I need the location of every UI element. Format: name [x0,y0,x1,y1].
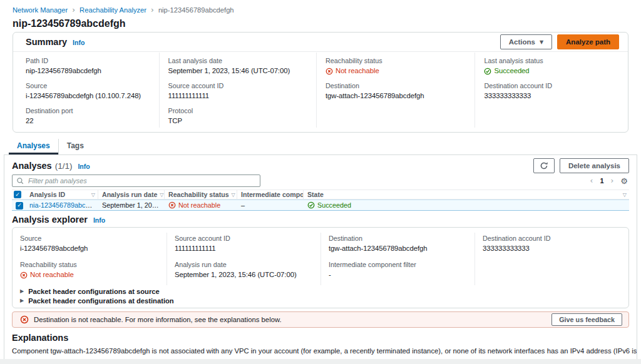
refresh-icon [540,161,548,170]
explanations-title: Explanations [12,333,629,343]
explorer-column-2: Source account ID 111111111111 Analysis … [167,233,320,285]
breadcrumb-link-network-manager[interactable]: Network Manager [13,6,68,14]
pagination-next-button[interactable]: › [611,176,614,185]
field-destination-port: Destination port 22 [26,103,155,128]
summary-card: Summary Info Actions ▼ Analyze path Path… [13,32,628,133]
packet-header-destination-expander[interactable]: ▶ Packet header configurations at destin… [20,296,621,305]
breadcrumb-separator-icon: › [151,6,154,14]
field-reachability-status: Reachability status Not reachable [326,53,471,78]
analysis-id-link[interactable]: nia-123456789abcdefgh [29,201,98,209]
success-icon [307,201,315,209]
summary-card-header: Summary Info Actions ▼ Analyze path [13,33,628,52]
refresh-button[interactable] [533,158,555,173]
field-last-analysis-date: Last analysis date September 1, 2023, 15… [168,53,312,78]
analysis-explorer-card: Source i-123456789abcdefgh Reachability … [12,227,629,308]
field-destination: Destination tgw-attach-123456789abcdefgh [326,78,471,103]
summary-title: Summary [26,37,67,47]
cell-analysis-id: nia-123456789abcdefgh [26,201,98,209]
field-path-id: Path ID nip-123456789abcdefgh [26,53,155,78]
sort-icon[interactable]: ▽ [229,192,235,198]
pagination: ‹ 1 › ⚙ [590,176,629,185]
cell-intermediate: – [237,201,304,209]
sort-icon[interactable]: ▽ [620,192,627,198]
sort-icon[interactable]: ▽ [89,192,95,198]
breadcrumb-link-reachability-analyzer[interactable]: Reachability Analyzer [79,6,146,14]
field-source: Source i-123456789abcdefgh (10.100.7.248… [26,78,155,103]
summary-info-link[interactable]: Info [73,39,85,46]
field-source-account-id: Source account ID 111111111111 [175,233,315,259]
field-protocol: Protocol TCP [168,103,312,128]
actions-button[interactable]: Actions ▼ [500,34,552,49]
error-icon [326,68,333,75]
page-title: nip-123456789abcdefgh [13,18,628,29]
field-destination: Destination tgw-attach-123456789abcdefgh [329,233,469,259]
filter-input[interactable] [12,174,260,187]
summary-column-4: Last analysis status Succeeded Destinati… [474,53,628,128]
preferences-gear-button[interactable]: ⚙ [620,177,628,185]
tab-analyses[interactable]: Analyses [9,139,58,154]
search-icon [16,177,24,185]
field-destination-account-id: Destination account ID 333333333333 [484,78,624,103]
analyses-counter: (1/1) [55,161,73,171]
cell-state: Succeeded [304,201,629,209]
column-header-reachability[interactable]: Reachability status ▽ [165,190,237,199]
analysis-explorer-title: Analysis explorer [12,215,88,225]
analyses-table: ✓ Analysis ID ▽ Analysis run date ▽ Reac… [12,190,629,211]
summary-column-3: Reachability status Not reachable Destin… [316,53,474,128]
caret-down-icon: ▼ [540,39,543,45]
explorer-column-1: Source i-123456789abcdefgh Reachability … [13,233,167,285]
alert-message: Destination is not reachable. For more i… [34,316,282,323]
breadcrumb-separator-icon: › [72,6,75,14]
not-reachable-alert: Destination is not reachable. For more i… [12,311,629,328]
column-header-intermediate[interactable]: Intermediate compo... ▽ [237,190,304,199]
status-not-reachable: Not reachable [20,271,162,279]
summary-column-1: Path ID nip-123456789abcdefgh Source i-1… [13,53,159,128]
summary-column-2: Last analysis date September 1, 2023, 15… [159,53,316,128]
field-source-account-id: Source account ID 111111111111 [168,78,312,103]
packet-header-expandables: ▶ Packet header configurations at source… [13,285,628,308]
column-header-state[interactable]: State ▽ [304,190,629,199]
analysis-explorer-heading: Analysis explorer Info [12,215,629,224]
column-header-analysis-id[interactable]: Analysis ID ▽ [26,190,98,199]
tab-bar: Analyses Tags [4,139,637,155]
pagination-prev-button[interactable]: ‹ [590,176,593,185]
column-header-run-date[interactable]: Analysis run date ▽ [98,190,165,199]
analyses-title: Analyses [12,161,52,171]
field-analysis-run-date: Analysis run date September 1, 2023, 15:… [175,259,315,285]
row-select-cell: ✓ [12,201,26,210]
delete-analysis-button[interactable]: Delete analysis [560,158,629,173]
analyze-path-button[interactable]: Analyze path [557,34,619,49]
expand-icon: ▶ [20,298,24,303]
analyses-header-row: Analyses (1/1) Info Delete analysis [12,158,629,173]
cell-reachability: Not reachable [165,201,237,209]
page-bottom-strip [0,359,641,364]
error-icon [20,315,29,324]
success-icon [484,68,491,75]
explorer-column-4: Destination account ID 333333333333 [474,233,628,285]
analysis-table-row[interactable]: ✓ nia-123456789abcdefgh September 1, 202… [12,200,629,211]
pagination-page-1[interactable]: 1 [600,177,603,185]
explorer-column-3: Destination tgw-attach-123456789abcdefgh… [320,233,474,285]
field-source: Source i-123456789abcdefgh [20,233,162,259]
explorer-field-grid: Source i-123456789abcdefgh Reachability … [13,228,628,285]
explorer-info-link[interactable]: Info [93,216,105,224]
page: Network Manager › Reachability Analyzer … [0,0,641,359]
select-all-checkbox[interactable]: ✓ [14,191,21,198]
analyses-info-link[interactable]: Info [78,163,90,170]
status-succeeded: Succeeded [484,67,624,75]
explanations-section: Explanations Component tgw-attach-123456… [12,333,629,359]
summary-field-grid: Path ID nip-123456789abcdefgh Source i-1… [13,52,628,132]
packet-header-source-expander[interactable]: ▶ Packet header configurations at source [20,286,621,296]
status-not-reachable: Not reachable [326,67,471,75]
give-feedback-button[interactable]: Give us feedback [551,313,622,326]
cell-run-date: September 1, 2023, 15:... [98,201,165,209]
breadcrumb-current: nip-123456789abcdefgh [158,6,234,14]
error-icon [168,201,176,209]
tab-tags[interactable]: Tags [58,139,92,154]
select-all-cell: ✓ [12,190,26,199]
breadcrumb: Network Manager › Reachability Analyzer … [0,0,641,14]
row-checkbox[interactable]: ✓ [16,202,23,210]
explanation-text: Component tgw-attach-123456789abcdefgh i… [12,346,629,355]
field-intermediate-component-filter: Intermediate component filter - [329,259,469,285]
sort-icon[interactable]: ▽ [157,192,163,198]
